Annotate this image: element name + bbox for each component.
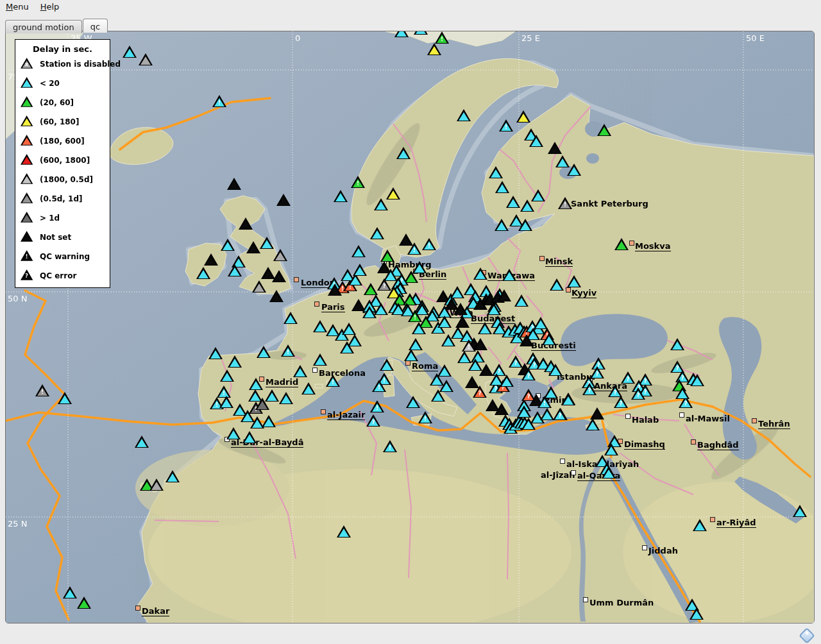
station-marker[interactable]: [473, 267, 487, 280]
station-marker[interactable]: [550, 278, 564, 291]
station-marker[interactable]: [208, 347, 223, 359]
station-marker[interactable]: [597, 124, 611, 136]
station-marker[interactable]: ?: [521, 368, 536, 380]
station-marker[interactable]: [497, 289, 511, 301]
station-marker[interactable]: [260, 237, 274, 249]
station-marker[interactable]: [255, 398, 269, 410]
station-marker[interactable]: [478, 322, 492, 334]
station-marker[interactable]: [165, 470, 180, 482]
menu-item-menu[interactable]: Menu: [0, 0, 35, 13]
station-marker[interactable]: [139, 53, 153, 65]
tab-qc[interactable]: qc: [83, 19, 108, 33]
station-marker[interactable]: [246, 241, 260, 253]
station-marker[interactable]: [374, 303, 388, 315]
station-marker[interactable]: [239, 217, 253, 230]
station-marker[interactable]: [675, 387, 690, 399]
station-marker[interactable]: [249, 378, 263, 390]
station-marker[interactable]: [450, 286, 464, 298]
station-marker[interactable]: [514, 294, 529, 307]
station-marker[interactable]: [487, 303, 501, 315]
station-marker[interactable]: [404, 349, 418, 361]
station-marker[interactable]: [531, 189, 545, 201]
station-marker[interactable]: [63, 586, 77, 598]
station-marker[interactable]: [135, 436, 149, 448]
station-marker[interactable]: !: [407, 242, 421, 255]
station-marker[interactable]: [272, 270, 286, 282]
station-marker[interactable]: [502, 269, 516, 281]
station-marker[interactable]: [279, 392, 293, 404]
station-marker[interactable]: [586, 418, 600, 430]
station-marker[interactable]: [380, 359, 394, 371]
station-marker[interactable]: !: [499, 119, 513, 131]
station-marker[interactable]: [690, 607, 704, 620]
station-marker[interactable]: [227, 178, 241, 190]
station-marker[interactable]: [453, 303, 468, 315]
station-marker[interactable]: [414, 31, 428, 35]
station-marker[interactable]: [602, 466, 616, 479]
menu-item-help[interactable]: Help: [35, 0, 65, 13]
station-marker[interactable]: ?: [366, 414, 380, 427]
station-marker[interactable]: [226, 427, 241, 439]
station-marker[interactable]: !: [35, 384, 49, 396]
station-marker[interactable]: !: [558, 197, 572, 209]
station-marker[interactable]: !: [326, 375, 340, 387]
station-marker[interactable]: [386, 187, 400, 199]
station-marker[interactable]: [262, 415, 276, 427]
station-marker[interactable]: [495, 219, 509, 231]
station-marker[interactable]: [520, 334, 534, 346]
station-marker[interactable]: [364, 283, 378, 295]
station-marker[interactable]: ?: [553, 408, 567, 420]
station-marker[interactable]: [548, 364, 563, 376]
station-marker[interactable]: [276, 194, 291, 206]
station-marker[interactable]: [284, 312, 298, 324]
station-marker[interactable]: [489, 166, 503, 178]
station-marker[interactable]: [351, 245, 366, 257]
station-marker[interactable]: [517, 405, 531, 418]
station-marker[interactable]: [516, 110, 530, 123]
station-marker[interactable]: [204, 253, 218, 266]
station-marker[interactable]: [334, 190, 348, 202]
station-marker[interactable]: !: [372, 380, 386, 392]
station-marker[interactable]: [544, 386, 558, 398]
map-view[interactable]: 25 W025 E50 E75 N50 N25 N LondonParisMad…: [5, 31, 815, 623]
station-marker[interactable]: [604, 443, 618, 455]
station-marker[interactable]: [219, 396, 233, 408]
station-marker[interactable]: [220, 369, 234, 382]
station-marker[interactable]: [228, 355, 242, 368]
station-marker[interactable]: [614, 238, 629, 250]
station-marker[interactable]: ?: [582, 383, 597, 395]
station-marker[interactable]: [252, 280, 266, 292]
station-marker[interactable]: [406, 396, 420, 408]
station-marker[interactable]: [427, 43, 441, 55]
station-marker[interactable]: [793, 505, 807, 517]
station-marker[interactable]: [506, 196, 520, 208]
station-marker[interactable]: [374, 198, 388, 210]
station-marker[interactable]: [542, 333, 556, 345]
station-marker[interactable]: [529, 135, 543, 147]
station-marker[interactable]: ?: [473, 386, 487, 398]
station-marker[interactable]: [123, 46, 137, 58]
station-marker[interactable]: [380, 250, 394, 262]
station-marker[interactable]: [313, 353, 327, 366]
station-marker[interactable]: [394, 31, 409, 37]
station-marker[interactable]: [337, 525, 351, 538]
station-marker[interactable]: ?: [509, 355, 523, 368]
station-marker[interactable]: [540, 408, 554, 420]
station-marker[interactable]: [196, 267, 210, 279]
station-marker[interactable]: [242, 431, 257, 443]
station-marker[interactable]: [567, 275, 581, 287]
station-marker[interactable]: [396, 147, 410, 159]
station-marker[interactable]: [269, 290, 284, 302]
station-marker[interactable]: [370, 227, 384, 239]
station-marker[interactable]: [457, 109, 471, 121]
station-marker[interactable]: [342, 323, 356, 335]
station-marker[interactable]: [431, 389, 445, 402]
tab-ground-motion[interactable]: ground motion: [5, 20, 82, 33]
station-marker[interactable]: [567, 164, 581, 176]
station-marker[interactable]: !: [212, 95, 226, 107]
station-marker[interactable]: [293, 365, 307, 377]
station-marker[interactable]: [473, 298, 487, 310]
station-marker[interactable]: ?: [631, 387, 645, 400]
station-marker[interactable]: [149, 479, 164, 491]
station-marker[interactable]: !: [370, 400, 384, 412]
